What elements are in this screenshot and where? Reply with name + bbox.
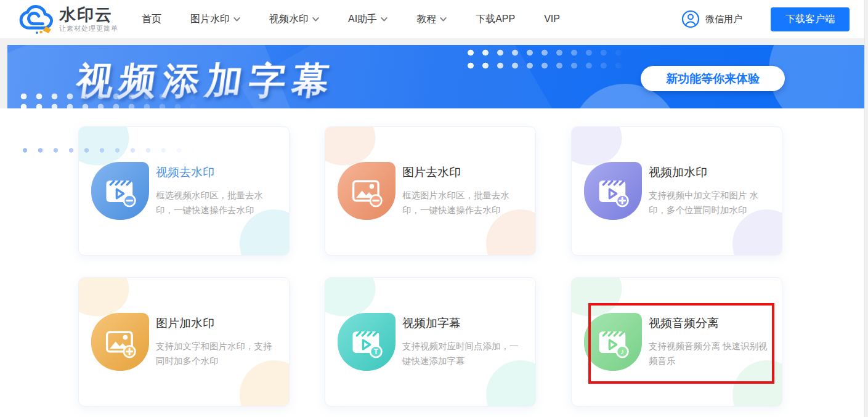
svg-text:♪: ♪ xyxy=(620,347,624,356)
nav-tutorials[interactable]: 教程 xyxy=(416,13,447,26)
card-description: 框选图片水印区，批量去水印，一键快速操作去水印 xyxy=(402,188,524,218)
site-logo[interactable]: 水印云 让素材处理更简单 xyxy=(18,4,118,34)
chevron-down-icon xyxy=(440,17,447,22)
nav-video-watermark[interactable]: 视频水印 xyxy=(269,13,319,26)
user-account[interactable]: 微信用户 xyxy=(681,10,742,28)
cloud-pencil-logo-icon xyxy=(18,4,54,34)
user-name: 微信用户 xyxy=(705,14,742,25)
nav-vip[interactable]: VIP xyxy=(544,14,560,25)
video-audio-separate-icon: ♪ xyxy=(584,313,642,371)
video-add-watermark-icon xyxy=(584,162,642,220)
banner-section: 视频添加字幕 新功能等你来体验 xyxy=(0,38,868,108)
card-image-add-watermark[interactable]: 图片加水印 支持加文字和图片水印，支持同时加多个水印 xyxy=(78,277,290,407)
card-title[interactable]: 视频去水印 xyxy=(156,164,278,180)
chevron-down-icon xyxy=(233,17,240,22)
banner-title: 视频添加字幕 xyxy=(73,56,338,106)
banner-cta-button[interactable]: 新功能等你来体验 xyxy=(641,66,785,91)
card-description: 支持视频中加文字和图片 水印，多个位置同时加水印 xyxy=(649,188,771,218)
card-title[interactable]: 视频音频分离 xyxy=(649,315,771,331)
card-description: 支持视频音频分离 快速识别视频音乐 xyxy=(649,339,771,369)
card-title[interactable]: 图片去水印 xyxy=(402,164,524,180)
nav-home[interactable]: 首页 xyxy=(142,13,161,26)
card-image-remove-watermark[interactable]: 图片去水印 框选图片水印区，批量去水印，一键快速操作去水印 xyxy=(325,126,536,256)
nav-ai-assistant[interactable]: AI助手 xyxy=(348,13,387,26)
main-nav: 首页 图片水印 视频水印 AI助手 教程 下载APP VIP xyxy=(142,13,560,26)
nav-image-watermark[interactable]: 图片水印 xyxy=(190,13,240,26)
card-title[interactable]: 图片加水印 xyxy=(156,315,278,331)
scrollbar[interactable] xyxy=(864,0,868,417)
card-description: 支持视频对应时间点添加，一键快速添加字幕 xyxy=(402,339,524,369)
logo-tagline: 让素材处理更简单 xyxy=(59,25,118,33)
image-add-watermark-icon xyxy=(91,313,149,371)
card-video-audio-separate[interactable]: ♪ 视频音频分离 支持视频音频分离 快速识别视频音乐 xyxy=(571,277,782,407)
card-description: 框选视频水印区，批量去水印，一键快速操作去水印 xyxy=(156,188,278,218)
card-title[interactable]: 视频加字幕 xyxy=(402,315,524,331)
banner-dots-pattern xyxy=(17,147,196,153)
card-description: 支持加文字和图片水印，支持同时加多个水印 xyxy=(156,339,278,369)
card-title[interactable]: 视频加水印 xyxy=(649,164,771,180)
promo-banner[interactable]: 视频添加字幕 新功能等你来体验 xyxy=(7,45,864,108)
download-client-button[interactable]: 下载客户端 xyxy=(771,7,850,31)
card-video-add-subtitle[interactable]: T 视频加字幕 支持视频对应时间点添加，一键快速添加字幕 xyxy=(325,277,536,407)
nav-download-app[interactable]: 下载APP xyxy=(476,13,515,26)
chevron-down-icon xyxy=(381,17,387,22)
svg-text:T: T xyxy=(373,347,378,356)
card-video-add-watermark[interactable]: 视频加水印 支持视频中加文字和图片 水印，多个位置同时加水印 xyxy=(571,126,782,256)
top-navigation-bar: 水印云 让素材处理更简单 首页 图片水印 视频水印 AI助手 教程 下载APP … xyxy=(0,0,868,38)
logo-title: 水印云 xyxy=(59,6,118,23)
image-remove-watermark-icon xyxy=(338,162,395,220)
chevron-down-icon xyxy=(312,17,319,22)
card-video-remove-watermark[interactable]: 视频去水印 框选视频水印区，批量去水印，一键快速操作去水印 xyxy=(78,126,290,256)
banner-dots-pattern xyxy=(463,46,627,72)
user-avatar-icon xyxy=(681,10,700,28)
video-remove-watermark-icon xyxy=(91,162,149,220)
video-add-subtitle-icon: T xyxy=(338,313,395,371)
feature-card-grid: 视频去水印 框选视频水印区，批量去水印，一键快速操作去水印 图片去水印 框选图片… xyxy=(78,126,782,407)
